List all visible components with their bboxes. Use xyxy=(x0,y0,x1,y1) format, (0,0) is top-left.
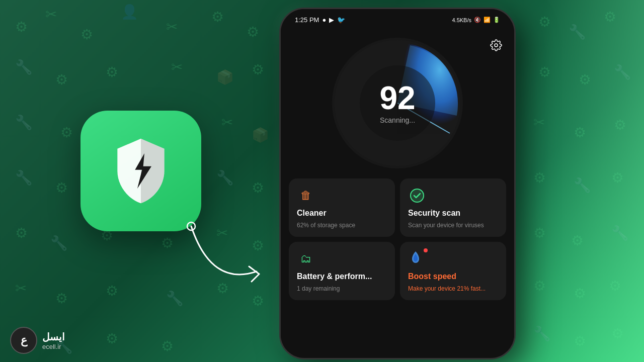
status-signal-icon: 🔇 xyxy=(474,17,481,23)
scan-number: 92 xyxy=(379,82,415,114)
settings-icon xyxy=(490,39,502,51)
watermark-en-text: ecell.ir xyxy=(42,343,65,350)
curved-arrow xyxy=(181,216,272,297)
cards-grid: 🗑 Cleaner 62% of storage space Securi xyxy=(281,168,514,300)
battery-title: Battery & perform... xyxy=(297,272,387,281)
security-scan-card[interactable]: Security scan Scan your device for virus… xyxy=(400,178,506,237)
cleaner-card[interactable]: 🗑 Cleaner 62% of storage space xyxy=(289,178,395,237)
status-wifi-icon: 📶 xyxy=(484,17,491,23)
boost-speed-card[interactable]: Boost speed Make your device 21% fast... xyxy=(400,242,506,300)
scan-circle: 92 Scanning... xyxy=(332,38,463,168)
boost-title: Boost speed xyxy=(408,272,498,281)
status-bar-left: 1:25 PM ● ▶ 🐦 xyxy=(295,16,345,24)
phone-mockup: 1:25 PM ● ▶ 🐦 4.5KB/s 🔇 📶 🔋 xyxy=(279,8,516,359)
app-icon-wrapper xyxy=(80,111,201,231)
scan-circle-wrapper: 92 Scanning... xyxy=(332,38,463,168)
cleaner-icon: 🗑 xyxy=(297,187,315,205)
boost-subtitle: Make your device 21% fast... xyxy=(408,285,498,292)
scan-center: 92 Scanning... xyxy=(379,82,415,124)
settings-button[interactable] xyxy=(490,39,502,54)
boost-icon xyxy=(408,250,426,268)
security-scan-title: Security scan xyxy=(408,209,498,218)
status-dot1: ● xyxy=(322,16,326,24)
security-scan-subtitle: Scan your device for viruses xyxy=(408,222,498,229)
watermark: ع ایسل ecell.ir xyxy=(10,327,65,354)
app-icon xyxy=(80,111,201,231)
status-bar: 1:25 PM ● ▶ 🐦 4.5KB/s 🔇 📶 🔋 xyxy=(281,9,514,28)
cleaner-subtitle: 62% of storage space xyxy=(297,222,387,229)
shield-bolt-icon xyxy=(106,136,176,206)
status-battery-icon: 🔋 xyxy=(493,17,500,23)
status-speed: 4.5KB/s xyxy=(452,17,471,23)
status-youtube-icon: ▶ xyxy=(329,16,334,24)
phone-content: 92 Scanning... 🗑 Cleaner 62% of storage … xyxy=(281,28,514,351)
security-scan-icon xyxy=(408,187,426,205)
watermark-fa-text: ایسل xyxy=(42,331,65,343)
phone-screen: 1:25 PM ● ▶ 🐦 4.5KB/s 🔇 📶 🔋 xyxy=(279,8,516,359)
watermark-logo: ع xyxy=(10,327,37,354)
status-bar-right: 4.5KB/s 🔇 📶 🔋 xyxy=(452,17,500,23)
status-time: 1:25 PM xyxy=(295,16,319,24)
battery-card[interactable]: 🗂 Battery & perform... 1 day remaining xyxy=(289,242,395,300)
status-twitter-icon: 🐦 xyxy=(337,16,345,24)
watermark-text: ایسل ecell.ir xyxy=(42,331,65,350)
cleaner-title: Cleaner xyxy=(297,209,387,218)
battery-icon: 🗂 xyxy=(297,250,315,268)
battery-subtitle: 1 day remaining xyxy=(297,285,387,292)
scan-label: Scanning... xyxy=(379,116,415,124)
